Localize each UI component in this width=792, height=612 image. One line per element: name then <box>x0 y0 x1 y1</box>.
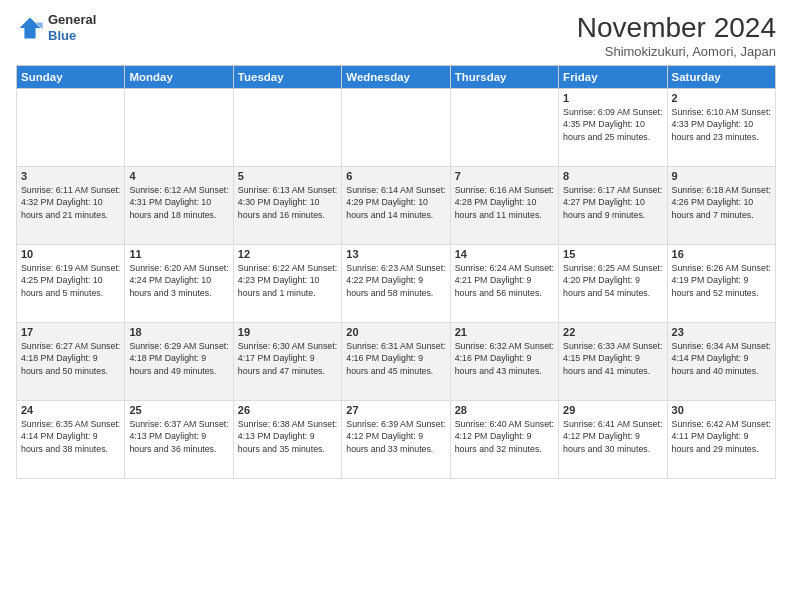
calendar-cell: 6Sunrise: 6:14 AM Sunset: 4:29 PM Daylig… <box>342 167 450 245</box>
day-info: Sunrise: 6:19 AM Sunset: 4:25 PM Dayligh… <box>21 262 120 299</box>
day-number: 17 <box>21 326 120 338</box>
col-friday: Friday <box>559 66 667 89</box>
day-number: 13 <box>346 248 445 260</box>
calendar-cell: 21Sunrise: 6:32 AM Sunset: 4:16 PM Dayli… <box>450 323 558 401</box>
calendar-cell: 10Sunrise: 6:19 AM Sunset: 4:25 PM Dayli… <box>17 245 125 323</box>
day-number: 26 <box>238 404 337 416</box>
col-thursday: Thursday <box>450 66 558 89</box>
day-number: 4 <box>129 170 228 182</box>
day-info: Sunrise: 6:18 AM Sunset: 4:26 PM Dayligh… <box>672 184 771 221</box>
col-wednesday: Wednesday <box>342 66 450 89</box>
calendar-cell: 5Sunrise: 6:13 AM Sunset: 4:30 PM Daylig… <box>233 167 341 245</box>
day-info: Sunrise: 6:32 AM Sunset: 4:16 PM Dayligh… <box>455 340 554 377</box>
day-number: 21 <box>455 326 554 338</box>
day-info: Sunrise: 6:30 AM Sunset: 4:17 PM Dayligh… <box>238 340 337 377</box>
day-info: Sunrise: 6:35 AM Sunset: 4:14 PM Dayligh… <box>21 418 120 455</box>
logo-icon <box>16 14 44 42</box>
day-number: 24 <box>21 404 120 416</box>
day-number: 30 <box>672 404 771 416</box>
calendar-week-1: 3Sunrise: 6:11 AM Sunset: 4:32 PM Daylig… <box>17 167 776 245</box>
calendar-cell: 19Sunrise: 6:30 AM Sunset: 4:17 PM Dayli… <box>233 323 341 401</box>
day-info: Sunrise: 6:16 AM Sunset: 4:28 PM Dayligh… <box>455 184 554 221</box>
calendar-cell: 25Sunrise: 6:37 AM Sunset: 4:13 PM Dayli… <box>125 401 233 479</box>
calendar-cell: 12Sunrise: 6:22 AM Sunset: 4:23 PM Dayli… <box>233 245 341 323</box>
day-info: Sunrise: 6:42 AM Sunset: 4:11 PM Dayligh… <box>672 418 771 455</box>
calendar-cell: 28Sunrise: 6:40 AM Sunset: 4:12 PM Dayli… <box>450 401 558 479</box>
calendar-cell: 15Sunrise: 6:25 AM Sunset: 4:20 PM Dayli… <box>559 245 667 323</box>
calendar-week-3: 17Sunrise: 6:27 AM Sunset: 4:18 PM Dayli… <box>17 323 776 401</box>
calendar-cell <box>233 89 341 167</box>
svg-marker-0 <box>20 17 41 38</box>
calendar-cell: 30Sunrise: 6:42 AM Sunset: 4:11 PM Dayli… <box>667 401 775 479</box>
col-monday: Monday <box>125 66 233 89</box>
day-number: 9 <box>672 170 771 182</box>
day-info: Sunrise: 6:09 AM Sunset: 4:35 PM Dayligh… <box>563 106 662 143</box>
day-info: Sunrise: 6:13 AM Sunset: 4:30 PM Dayligh… <box>238 184 337 221</box>
day-number: 8 <box>563 170 662 182</box>
calendar-table: Sunday Monday Tuesday Wednesday Thursday… <box>16 65 776 479</box>
calendar-cell: 22Sunrise: 6:33 AM Sunset: 4:15 PM Dayli… <box>559 323 667 401</box>
day-number: 22 <box>563 326 662 338</box>
day-number: 2 <box>672 92 771 104</box>
calendar-cell: 29Sunrise: 6:41 AM Sunset: 4:12 PM Dayli… <box>559 401 667 479</box>
calendar-cell <box>342 89 450 167</box>
day-number: 20 <box>346 326 445 338</box>
calendar-cell: 27Sunrise: 6:39 AM Sunset: 4:12 PM Dayli… <box>342 401 450 479</box>
day-number: 15 <box>563 248 662 260</box>
day-number: 12 <box>238 248 337 260</box>
day-info: Sunrise: 6:11 AM Sunset: 4:32 PM Dayligh… <box>21 184 120 221</box>
day-info: Sunrise: 6:29 AM Sunset: 4:18 PM Dayligh… <box>129 340 228 377</box>
day-info: Sunrise: 6:41 AM Sunset: 4:12 PM Dayligh… <box>563 418 662 455</box>
calendar-cell: 7Sunrise: 6:16 AM Sunset: 4:28 PM Daylig… <box>450 167 558 245</box>
day-info: Sunrise: 6:22 AM Sunset: 4:23 PM Dayligh… <box>238 262 337 299</box>
calendar-cell: 3Sunrise: 6:11 AM Sunset: 4:32 PM Daylig… <box>17 167 125 245</box>
day-info: Sunrise: 6:38 AM Sunset: 4:13 PM Dayligh… <box>238 418 337 455</box>
day-number: 19 <box>238 326 337 338</box>
day-number: 18 <box>129 326 228 338</box>
header-row: Sunday Monday Tuesday Wednesday Thursday… <box>17 66 776 89</box>
calendar-cell: 26Sunrise: 6:38 AM Sunset: 4:13 PM Dayli… <box>233 401 341 479</box>
day-number: 23 <box>672 326 771 338</box>
day-info: Sunrise: 6:10 AM Sunset: 4:33 PM Dayligh… <box>672 106 771 143</box>
calendar-cell: 13Sunrise: 6:23 AM Sunset: 4:22 PM Dayli… <box>342 245 450 323</box>
logo-text: General Blue <box>48 12 96 43</box>
day-info: Sunrise: 6:37 AM Sunset: 4:13 PM Dayligh… <box>129 418 228 455</box>
day-number: 10 <box>21 248 120 260</box>
calendar-cell: 1Sunrise: 6:09 AM Sunset: 4:35 PM Daylig… <box>559 89 667 167</box>
day-info: Sunrise: 6:17 AM Sunset: 4:27 PM Dayligh… <box>563 184 662 221</box>
calendar-cell: 24Sunrise: 6:35 AM Sunset: 4:14 PM Dayli… <box>17 401 125 479</box>
calendar-week-2: 10Sunrise: 6:19 AM Sunset: 4:25 PM Dayli… <box>17 245 776 323</box>
day-info: Sunrise: 6:20 AM Sunset: 4:24 PM Dayligh… <box>129 262 228 299</box>
day-number: 29 <box>563 404 662 416</box>
day-number: 1 <box>563 92 662 104</box>
day-info: Sunrise: 6:31 AM Sunset: 4:16 PM Dayligh… <box>346 340 445 377</box>
day-info: Sunrise: 6:34 AM Sunset: 4:14 PM Dayligh… <box>672 340 771 377</box>
calendar-cell: 11Sunrise: 6:20 AM Sunset: 4:24 PM Dayli… <box>125 245 233 323</box>
calendar-cell <box>17 89 125 167</box>
day-info: Sunrise: 6:33 AM Sunset: 4:15 PM Dayligh… <box>563 340 662 377</box>
day-info: Sunrise: 6:27 AM Sunset: 4:18 PM Dayligh… <box>21 340 120 377</box>
calendar-cell: 17Sunrise: 6:27 AM Sunset: 4:18 PM Dayli… <box>17 323 125 401</box>
day-info: Sunrise: 6:25 AM Sunset: 4:20 PM Dayligh… <box>563 262 662 299</box>
day-number: 14 <box>455 248 554 260</box>
day-number: 7 <box>455 170 554 182</box>
logo-general: General <box>48 12 96 28</box>
col-saturday: Saturday <box>667 66 775 89</box>
month-title: November 2024 <box>577 12 776 44</box>
col-tuesday: Tuesday <box>233 66 341 89</box>
day-info: Sunrise: 6:23 AM Sunset: 4:22 PM Dayligh… <box>346 262 445 299</box>
calendar-cell: 18Sunrise: 6:29 AM Sunset: 4:18 PM Dayli… <box>125 323 233 401</box>
calendar-cell: 16Sunrise: 6:26 AM Sunset: 4:19 PM Dayli… <box>667 245 775 323</box>
calendar-week-4: 24Sunrise: 6:35 AM Sunset: 4:14 PM Dayli… <box>17 401 776 479</box>
day-number: 28 <box>455 404 554 416</box>
calendar-cell: 2Sunrise: 6:10 AM Sunset: 4:33 PM Daylig… <box>667 89 775 167</box>
calendar-cell: 8Sunrise: 6:17 AM Sunset: 4:27 PM Daylig… <box>559 167 667 245</box>
day-number: 3 <box>21 170 120 182</box>
day-info: Sunrise: 6:12 AM Sunset: 4:31 PM Dayligh… <box>129 184 228 221</box>
calendar-cell: 9Sunrise: 6:18 AM Sunset: 4:26 PM Daylig… <box>667 167 775 245</box>
page-container: General Blue November 2024 Shimokizukuri… <box>0 0 792 487</box>
calendar-cell: 23Sunrise: 6:34 AM Sunset: 4:14 PM Dayli… <box>667 323 775 401</box>
day-number: 16 <box>672 248 771 260</box>
logo-blue: Blue <box>48 28 96 44</box>
col-sunday: Sunday <box>17 66 125 89</box>
